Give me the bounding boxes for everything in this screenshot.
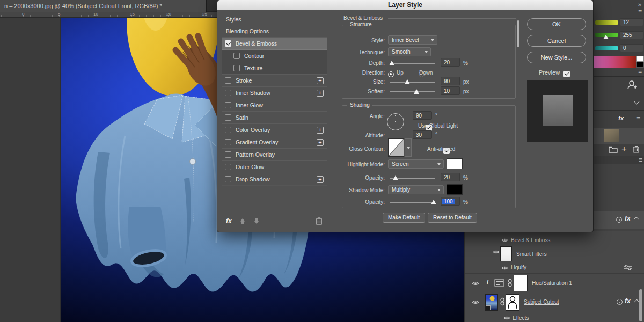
collapse-effects-icon[interactable] [634, 217, 639, 222]
color-overlay-item[interactable]: Color Overlay + [222, 124, 327, 136]
white-swatch[interactable] [636, 56, 644, 62]
contour-item[interactable]: Contour [222, 50, 327, 62]
highlight-mode-dropdown[interactable]: Screen [388, 159, 444, 169]
add-instance-icon[interactable]: + [317, 127, 324, 134]
dialog-scrollbar[interactable] [517, 20, 519, 47]
eye-icon[interactable] [501, 238, 508, 243]
checkbox-unchecked[interactable] [225, 176, 231, 182]
technique-dropdown[interactable]: Smooth [388, 47, 431, 56]
checkbox-unchecked[interactable] [225, 127, 231, 133]
soften-value[interactable]: 10 [441, 86, 460, 95]
checkbox-unchecked[interactable] [225, 90, 231, 96]
chevron-down-icon[interactable] [634, 99, 640, 105]
outer-glow-item[interactable]: Outer Glow [222, 161, 327, 173]
checkbox-unchecked[interactable] [225, 102, 231, 108]
move-effect-up-icon[interactable] [239, 218, 246, 224]
selected-layer-row-edge[interactable]: fx [594, 211, 644, 229]
depth-value[interactable]: 20 [441, 58, 460, 67]
filter-options-icon[interactable] [624, 265, 632, 270]
effects-label[interactable]: Effects [513, 315, 529, 321]
drop-shadow-item[interactable]: Drop Shadow + [222, 173, 327, 186]
shadow-color-swatch[interactable] [447, 184, 463, 195]
checkbox-unchecked[interactable] [225, 151, 231, 158]
layers-menu-icon[interactable]: ≡ [639, 156, 642, 164]
highlight-color-swatch[interactable] [447, 158, 463, 169]
color-value-1[interactable]: 12 [620, 18, 643, 26]
fx-badge[interactable]: fx [625, 297, 631, 305]
hue-saturation-label[interactable]: Hue/Saturation 1 [532, 280, 572, 286]
style-dropdown[interactable]: Inner Bevel [388, 35, 437, 45]
new-style-button[interactable]: New Style... [527, 52, 586, 63]
mask-thumbnail[interactable] [506, 294, 519, 311]
styles-item[interactable]: Styles [222, 13, 327, 25]
make-default-button[interactable]: Make Default [383, 213, 425, 223]
size-value[interactable]: 90 [441, 77, 460, 85]
blending-options-item[interactable]: Blending Options [222, 25, 327, 38]
shadow-opacity-value[interactable]: 100 [441, 197, 460, 206]
checkbox-unchecked[interactable] [233, 65, 240, 71]
cancel-button[interactable]: Cancel [527, 35, 586, 47]
eye-icon[interactable] [493, 250, 500, 254]
panel-menu-icon[interactable]: ≡ [638, 8, 641, 16]
collapse-panels-icon[interactable]: » [638, 1, 641, 8]
eye-icon[interactable] [472, 281, 479, 286]
panel-menu-icon[interactable]: ≡ [638, 69, 641, 76]
document-tab[interactable]: n – 2000x3000.jpg @ 40% (Subject Cutout … [0, 0, 207, 12]
color-value-3[interactable]: 0 [620, 44, 643, 52]
new-group-icon[interactable] [609, 146, 618, 153]
checkbox-checked[interactable] [225, 40, 231, 47]
gloss-contour-thumbnail[interactable] [388, 138, 404, 157]
stroke-item[interactable]: Stroke + [222, 75, 327, 87]
angle-dial[interactable] [387, 113, 404, 130]
eye-icon[interactable] [501, 266, 508, 270]
add-instance-icon[interactable]: + [317, 90, 324, 97]
highlight-opacity-value[interactable]: 20 [441, 173, 460, 181]
layers-scrollbar[interactable] [639, 289, 642, 321]
shadow-mode-dropdown[interactable]: Multiply [388, 185, 444, 194]
ok-button[interactable]: OK [527, 18, 586, 30]
altitude-value[interactable]: 30 [413, 130, 432, 139]
checkbox-unchecked[interactable] [225, 164, 231, 170]
add-instance-icon[interactable]: + [317, 176, 324, 183]
checkbox-unchecked[interactable] [233, 53, 240, 59]
highlight-opacity-slider[interactable] [390, 178, 435, 179]
size-slider[interactable] [390, 82, 435, 83]
angle-value[interactable]: 90 [413, 111, 432, 120]
gradient-overlay-item[interactable]: Gradient Overlay + [222, 136, 327, 149]
new-layer-icon[interactable]: + [621, 144, 627, 155]
smart-filter-thumbnail[interactable] [500, 246, 512, 261]
texture-item[interactable]: Texture [222, 62, 327, 75]
reset-to-default-button[interactable]: Reset to Default [428, 213, 477, 223]
color-ramp[interactable] [594, 56, 636, 68]
add-instance-icon[interactable]: + [317, 139, 324, 146]
collapse-effects-icon[interactable] [634, 299, 640, 305]
subject-cutout-label[interactable]: Subject Cutout [524, 299, 559, 305]
inner-shadow-item[interactable]: Inner Shadow + [222, 87, 327, 99]
eye-icon[interactable] [503, 316, 510, 320]
checkbox-unchecked[interactable] [225, 114, 231, 121]
inner-glow-item[interactable]: Inner Glow [222, 99, 327, 112]
preview-checkbox[interactable] [564, 71, 570, 77]
black-swatch[interactable] [636, 62, 644, 68]
checkbox-unchecked[interactable] [225, 77, 231, 84]
adjustment-layer-icon[interactable] [494, 279, 504, 287]
effects-badge-icon[interactable] [616, 217, 622, 223]
fx-menu-icon[interactable]: fx [226, 217, 232, 225]
hidden-layer-row[interactable] [594, 128, 644, 144]
smart-filters-label[interactable]: Smart Filters [516, 251, 547, 257]
color-slider-cyan[interactable] [595, 46, 618, 50]
mask-thumbnail[interactable] [514, 275, 528, 291]
liquify-label[interactable]: Liquify [511, 265, 526, 270]
move-effect-down-icon[interactable] [253, 218, 260, 224]
dialog-title-bar[interactable]: Layer Style [217, 0, 593, 10]
gloss-contour-dropdown[interactable] [405, 138, 412, 157]
effects-badge-icon[interactable] [617, 299, 623, 305]
color-slider-handle[interactable] [603, 35, 609, 39]
checkbox-unchecked[interactable] [225, 139, 231, 145]
adjustment-person-icon[interactable] [627, 79, 638, 90]
fx-panel-icon[interactable]: fx [618, 115, 624, 121]
color-slider-yellow[interactable] [595, 20, 618, 25]
satin-item[interactable]: Satin [222, 112, 327, 124]
layer-thumbnail[interactable] [485, 294, 498, 311]
fx-badge[interactable]: fx [625, 215, 631, 222]
